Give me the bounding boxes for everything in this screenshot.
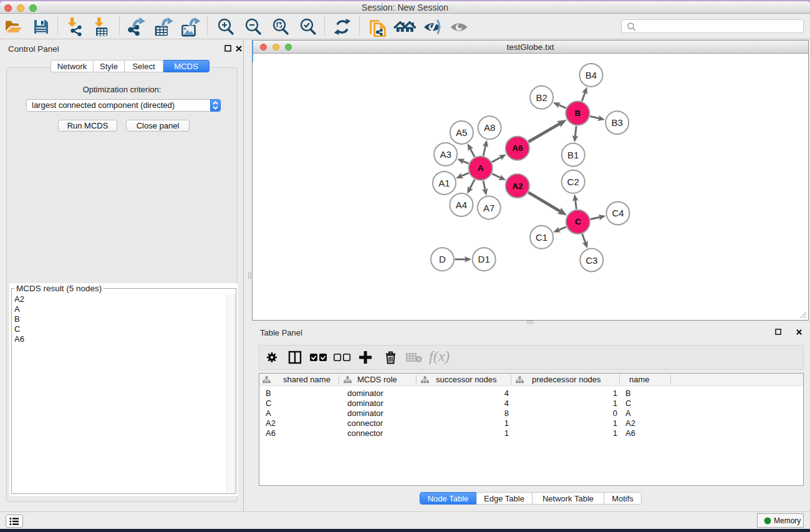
svg-text:C4: C4 <box>612 208 624 218</box>
svg-text:A5: A5 <box>456 127 467 138</box>
svg-text:D: D <box>439 254 446 264</box>
svg-text:B3: B3 <box>612 117 623 128</box>
svg-text:A1: A1 <box>438 178 450 188</box>
svg-text:B: B <box>575 109 581 118</box>
svg-text:C: C <box>575 217 581 226</box>
svg-text:A: A <box>478 163 484 173</box>
svg-text:B2: B2 <box>536 92 547 103</box>
svg-text:C3: C3 <box>586 255 597 266</box>
svg-text:B1: B1 <box>567 150 579 160</box>
svg-text:D1: D1 <box>478 254 490 264</box>
svg-text:A8: A8 <box>484 122 495 133</box>
svg-text:A3: A3 <box>440 149 451 160</box>
svg-text:B4: B4 <box>586 70 597 80</box>
svg-text:A2: A2 <box>512 181 523 191</box>
svg-text:C2: C2 <box>567 177 579 187</box>
svg-text:A7: A7 <box>483 203 494 213</box>
svg-text:C1: C1 <box>536 232 547 243</box>
svg-text:A6: A6 <box>512 143 523 153</box>
svg-text:A4: A4 <box>456 200 467 210</box>
